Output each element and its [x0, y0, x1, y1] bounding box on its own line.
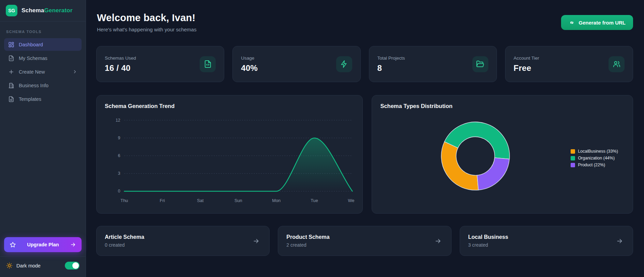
- dark-mode-toggle[interactable]: [65, 262, 80, 270]
- line-chart-title: Schema Generation Trend: [105, 103, 354, 109]
- stat-text: Account Tier Free: [514, 56, 539, 73]
- quick-card-local-business[interactable]: Local Business 3 created: [460, 226, 633, 256]
- brand-accent: Generator: [44, 7, 72, 14]
- quick-card-article-schema[interactable]: Article Schema 0 created: [96, 226, 270, 256]
- sun-icon: [6, 262, 13, 269]
- file-code-icon: [8, 55, 14, 61]
- legend-label: LocalBusiness (33%): [578, 149, 618, 154]
- sidebar-item-label: Create New: [19, 69, 45, 75]
- quick-card-product-schema[interactable]: Product Schema 2 created: [278, 226, 451, 256]
- svg-text:Sat: Sat: [197, 198, 204, 203]
- sidebar-item-label: My Schemas: [19, 56, 47, 61]
- stat-value: 40%: [241, 63, 258, 73]
- stat-label: Schemas Used: [105, 56, 136, 61]
- upgrade-plan-button[interactable]: Upgrade Plan: [4, 237, 82, 252]
- sidebar-item-templates[interactable]: Templates: [4, 93, 82, 105]
- upgrade-plan-label: Upgrade Plan: [16, 242, 70, 247]
- stat-value: 8: [377, 63, 405, 73]
- donut-chart-card: Schema Types Distribution LocalBusiness …: [372, 95, 633, 214]
- arrow-right-icon[interactable]: [616, 237, 623, 245]
- donut-slice-localbusiness: [441, 142, 478, 190]
- star-icon: [10, 242, 16, 248]
- stats-row: Schemas Used 16 / 40 Usage 40% Total Pro…: [96, 46, 633, 82]
- quick-card-text: Local Business 3 created: [468, 234, 508, 248]
- stat-card-account-tier: Account Tier Free: [505, 46, 633, 82]
- quick-card-text: Product Schema 2 created: [286, 234, 329, 248]
- sidebar-nav: Dashboard My Schemas Create New Business…: [0, 37, 86, 106]
- svg-text:12: 12: [116, 118, 120, 123]
- quick-card-subtitle: 0 created: [105, 242, 144, 248]
- app-logo: SG: [6, 5, 17, 16]
- svg-text:Sun: Sun: [234, 198, 242, 203]
- legend-swatch: [571, 156, 575, 160]
- svg-text:0: 0: [118, 189, 120, 194]
- sidebar-item-label: Templates: [19, 96, 41, 102]
- svg-text:Wed: Wed: [348, 198, 354, 203]
- sidebar-item-my-schemas[interactable]: My Schemas: [4, 52, 82, 64]
- svg-text:Thu: Thu: [120, 198, 128, 203]
- sidebar-item-label: Dashboard: [19, 42, 43, 47]
- dark-mode-row: Dark mode: [0, 256, 86, 277]
- legend-label: Product (22%): [578, 163, 605, 167]
- svg-text:9: 9: [118, 136, 120, 140]
- arrow-right-icon[interactable]: [434, 237, 442, 245]
- toggle-knob: [72, 262, 79, 269]
- building-icon: [8, 82, 14, 89]
- sidebar-section-label: SCHEMA TOOLS: [6, 30, 80, 34]
- main-content: Welcome back, Ivan! Here's what's happen…: [86, 0, 644, 277]
- sidebar-item-create-new[interactable]: Create New: [4, 65, 82, 78]
- svg-text:Mon: Mon: [272, 198, 281, 203]
- quick-card-text: Article Schema 0 created: [105, 234, 144, 248]
- line-chart: 036912ThuFriSatSunMonTueWed: [105, 111, 354, 205]
- stat-value: Free: [514, 63, 539, 73]
- generate-from-url-button[interactable]: Generate from URL: [561, 15, 633, 30]
- quick-card-subtitle: 3 created: [468, 242, 508, 248]
- page-header: Welcome back, Ivan! Here's what's happen…: [96, 10, 633, 32]
- arrow-right-icon[interactable]: [253, 237, 260, 245]
- svg-text:Fri: Fri: [160, 198, 165, 203]
- users-icon: [609, 56, 625, 72]
- legend-swatch: [571, 149, 575, 154]
- svg-text:Tue: Tue: [311, 198, 318, 203]
- dashboard-grid-icon: [8, 42, 14, 48]
- quick-card-title: Local Business: [468, 234, 508, 240]
- donut-legend: LocalBusiness (33%)Organization (44%)Pro…: [571, 149, 618, 167]
- stat-label: Account Tier: [514, 56, 539, 61]
- line-chart-card: Schema Generation Trend 036912ThuFriSatS…: [96, 95, 363, 214]
- stat-card-total-projects: Total Projects 8: [369, 46, 497, 82]
- stat-card-schemas-used: Schemas Used 16 / 40: [96, 46, 224, 82]
- app-title: SchemaGenerator: [22, 7, 72, 14]
- quick-cards-row: Article Schema 0 created Product Schema …: [96, 226, 633, 256]
- legend-item-localbusiness: LocalBusiness (33%): [571, 149, 618, 154]
- legend-item-product: Product (22%): [571, 163, 618, 167]
- welcome-block: Welcome back, Ivan! Here's what's happen…: [96, 10, 197, 32]
- donut-chart: LocalBusiness (33%)Organization (44%)Pro…: [380, 109, 625, 203]
- sidebar-item-business-info[interactable]: Business Info: [4, 79, 82, 92]
- quick-card-title: Product Schema: [286, 234, 329, 240]
- folder-icon: [472, 56, 488, 72]
- sidebar-item-label: Business Info: [19, 83, 48, 88]
- donut-chart-title: Schema Types Distribution: [380, 103, 625, 109]
- donut-slice-product: [477, 158, 510, 190]
- stat-label: Usage: [241, 56, 258, 61]
- file-text-icon: [8, 96, 14, 102]
- stat-label: Total Projects: [377, 56, 405, 61]
- legend-label: Organization (44%): [578, 156, 615, 160]
- legend-swatch: [571, 163, 575, 167]
- quick-card-title: Article Schema: [105, 234, 144, 240]
- stat-value: 16 / 40: [105, 63, 136, 73]
- charts-row: Schema Generation Trend 036912ThuFriSatS…: [96, 95, 633, 214]
- page-title: Welcome back, Ivan!: [97, 12, 197, 24]
- stat-text: Schemas Used 16 / 40: [105, 56, 136, 73]
- logo-row: SG SchemaGenerator: [0, 0, 86, 21]
- link-icon: [569, 19, 575, 26]
- page-subtitle: Here's what's happening with your schema…: [97, 27, 197, 32]
- sidebar-item-dashboard[interactable]: Dashboard: [4, 38, 82, 51]
- svg-text:6: 6: [118, 153, 120, 158]
- sidebar: SG SchemaGenerator SCHEMA TOOLS Dashboar…: [0, 0, 86, 277]
- sidebar-bottom: Upgrade Plan Dark mode: [0, 233, 86, 277]
- arrow-right-icon: [70, 242, 76, 248]
- brand-primary: Schema: [22, 7, 44, 14]
- stat-text: Usage 40%: [241, 56, 258, 73]
- donut-svg: [440, 121, 511, 191]
